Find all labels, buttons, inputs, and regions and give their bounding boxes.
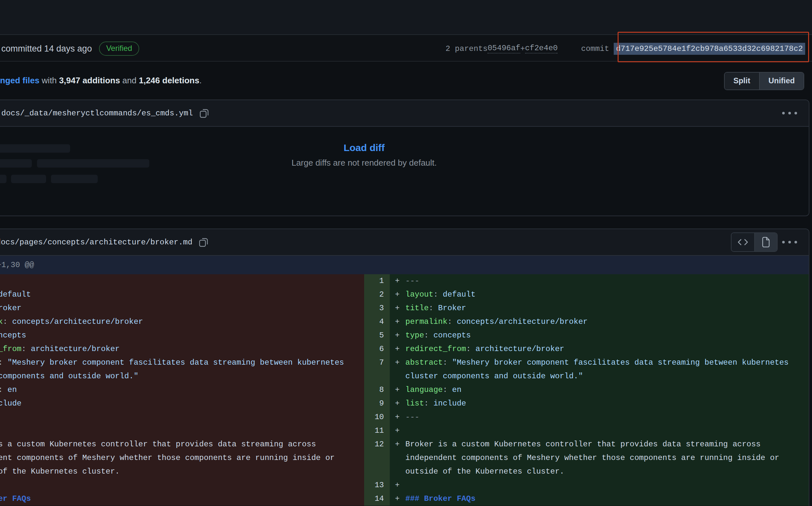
diff-view-toggle: Split Unified [724, 72, 804, 90]
hunk-header: @@ -1,30 +1,30 @@ [0, 256, 809, 274]
file-path: docs/_data/mesheryctlcommands/es_cmds.ym… [1, 109, 193, 118]
file-diff-card-es-cmds: docs/_data/mesheryctlcommands/es_cmds.ym… [0, 99, 809, 216]
diff-row: 5-type: concepts5+type: concepts [0, 329, 809, 342]
verified-badge[interactable]: Verified [99, 41, 139, 56]
hunk-range-text: @@ -1,30 +1,30 @@ [0, 261, 34, 269]
file-menu-kebab-icon[interactable] [782, 112, 797, 114]
copy-icon [198, 237, 209, 248]
line-number[interactable]: 14 [364, 492, 390, 506]
diff-row: 1----1+--- [0, 274, 809, 288]
diff-row: 11-11+ [0, 424, 809, 438]
line-number[interactable]: 12 [364, 438, 390, 479]
parent-commit-link-1[interactable]: 05496af [487, 44, 520, 54]
load-diff-link[interactable]: Load diff [0, 142, 809, 153]
added-line: +--- [390, 410, 809, 424]
diff-row: 4-permalink: concepts/architecture/broke… [0, 315, 809, 329]
deleted-line: -permalink: concepts/architecture/broker [0, 315, 364, 329]
diff-row: 3-title: Broker3+title: Broker [0, 302, 809, 315]
split-diff-table: 1----1+---2-layout: default2+layout: def… [0, 274, 809, 506]
deleted-line: -redirect_from: architecture/broker [0, 342, 364, 356]
unified-view-button[interactable]: Unified [759, 73, 804, 89]
added-line: + [390, 479, 809, 492]
diff-row: 8-language: en8+language: en [0, 383, 809, 397]
deleted-line: - [0, 479, 364, 492]
deleted-line: -abstract: "Meshery broker component fas… [0, 356, 364, 383]
file-header: docs/pages/concepts/architecture/broker.… [0, 229, 809, 256]
line-number[interactable]: 3 [364, 302, 390, 315]
source-view-button[interactable] [732, 233, 754, 251]
skeleton-bar [11, 175, 46, 183]
code-icon [737, 238, 748, 246]
file-diff-card-broker-md: docs/pages/concepts/architecture/broker.… [0, 229, 809, 506]
diff-row: 13-13+ [0, 479, 809, 492]
line-number[interactable]: 9 [364, 397, 390, 410]
skeleton-bar [51, 175, 98, 183]
added-line: + [390, 424, 809, 438]
file-path: docs/pages/concepts/architecture/broker.… [0, 238, 193, 247]
load-diff-note: Large diffs are not rendered by default. [0, 158, 809, 168]
added-line: +abstract: "Meshery broker component fas… [390, 356, 809, 383]
added-line: +permalink: concepts/architecture/broker [390, 315, 809, 329]
deleted-line: -language: en [0, 383, 364, 397]
committed-timestamp: committed 14 days ago [1, 44, 92, 54]
commit-message-box-bottom [0, 0, 812, 35]
line-number[interactable]: 7 [364, 356, 390, 383]
collapsed-diff-body: Load diff Large diffs are not rendered b… [0, 127, 809, 216]
line-number[interactable]: 11 [364, 424, 390, 438]
deleted-line: -title: Broker [0, 302, 364, 315]
diff-summary-bar: nged files with 3,947 additions and 1,24… [0, 67, 812, 94]
file-header: docs/_data/mesheryctlcommands/es_cmds.ym… [0, 100, 809, 127]
deleted-line: -list: include [0, 397, 364, 410]
line-number[interactable]: 5 [364, 329, 390, 342]
commit-label: commit [581, 45, 609, 53]
deleted-line: -Broker is a custom Kubernetes controlle… [0, 438, 364, 479]
copy-path-button[interactable] [198, 237, 209, 248]
diff-row: 12-Broker is a custom Kubernetes control… [0, 438, 809, 479]
deleted-line: -layout: default [0, 288, 364, 302]
diff-row: 7-abstract: "Meshery broker component fa… [0, 356, 809, 383]
additions-count: 3,947 additions [59, 76, 120, 85]
diff-row: 14-### Broker FAQs14+### Broker FAQs [0, 492, 809, 506]
changed-files-summary: nged files with 3,947 additions and 1,24… [0, 76, 202, 86]
changed-files-link[interactable]: nged files [0, 76, 39, 85]
copy-path-button[interactable] [199, 108, 209, 119]
added-line: +### Broker FAQs [390, 492, 809, 506]
added-line: +title: Broker [390, 302, 809, 315]
commit-meta-bar: committed 14 days ago Verified 2 parents… [0, 36, 812, 62]
deleted-line: ---- [0, 274, 364, 288]
added-line: +type: concepts [390, 329, 809, 342]
added-line: +--- [390, 274, 809, 288]
deleted-line: -type: concepts [0, 329, 364, 342]
deleted-line: - [0, 424, 364, 438]
commit-sha-selected[interactable]: d717e925e5784e1f2cb978a6533d32c6982178c2 [614, 43, 805, 55]
file-icon [762, 237, 770, 247]
split-view-button[interactable]: Split [725, 73, 759, 89]
deleted-line: ---- [0, 410, 364, 424]
deleted-line: -### Broker FAQs [0, 492, 364, 506]
line-number[interactable]: 8 [364, 383, 390, 397]
parents-label: 2 parents [446, 45, 488, 53]
file-view-toggle [731, 232, 777, 252]
parents-joiner: + [520, 45, 525, 53]
line-number[interactable]: 10 [364, 410, 390, 424]
added-line: +language: en [390, 383, 809, 397]
diff-row: 9-list: include9+list: include [0, 397, 809, 410]
line-number[interactable]: 2 [364, 288, 390, 302]
skeleton-bar [0, 175, 6, 183]
diff-row: 10----10+--- [0, 410, 809, 424]
file-menu-kebab-icon[interactable] [782, 241, 797, 243]
line-number[interactable]: 4 [364, 315, 390, 329]
line-number[interactable]: 6 [364, 342, 390, 356]
added-line: +list: include [390, 397, 809, 410]
diff-row: 6-redirect_from: architecture/broker6+re… [0, 342, 809, 356]
commit-diff-page: committed 14 days ago Verified 2 parents… [0, 0, 812, 506]
line-number[interactable]: 1 [364, 274, 390, 288]
added-line: +redirect_from: architecture/broker [390, 342, 809, 356]
rich-view-button[interactable] [754, 233, 777, 251]
parent-commit-link-2[interactable]: cf2e4e0 [525, 44, 558, 54]
deletions-count: 1,246 deletions [139, 76, 199, 85]
line-number[interactable]: 13 [364, 479, 390, 492]
added-line: +Broker is a custom Kubernetes controlle… [390, 438, 809, 479]
copy-icon [199, 108, 209, 119]
added-line: +layout: default [390, 288, 809, 302]
